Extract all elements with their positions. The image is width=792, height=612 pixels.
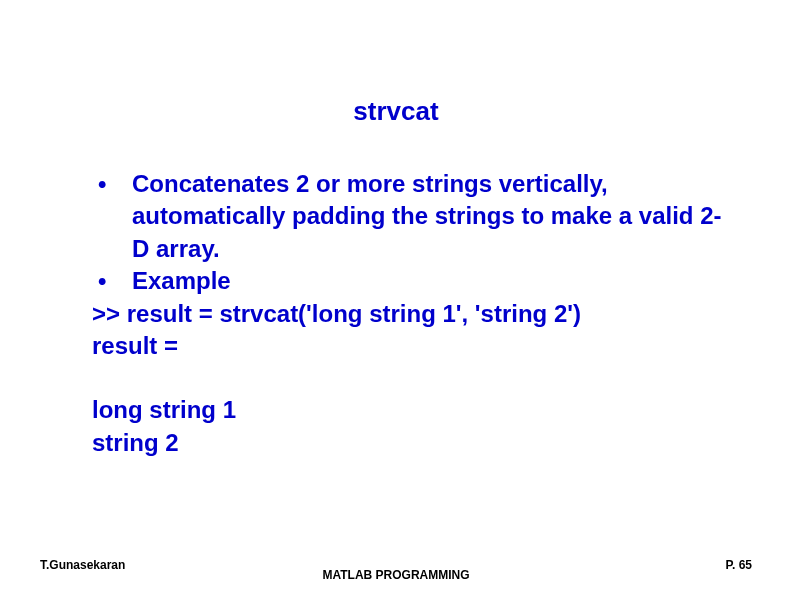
slide-content: • Concatenates 2 or more strings vertica… [92,168,722,459]
code-line: result = [92,330,722,362]
footer-page: P. 65 [726,558,752,572]
slide-title: strvcat [0,96,792,127]
bullet-text: Example [132,265,722,297]
bullet-marker: • [92,168,132,265]
bullet-item: • Concatenates 2 or more strings vertica… [92,168,722,265]
code-line: >> result = strvcat('long string 1', 'st… [92,298,722,330]
bullet-text: Concatenates 2 or more strings verticall… [132,168,722,265]
footer-center: MATLAB PROGRAMMING [0,568,792,582]
bullet-item: • Example [92,265,722,297]
bullet-marker: • [92,265,132,297]
output-line: long string 1 [92,394,722,426]
slide: strvcat • Concatenates 2 or more strings… [0,0,792,612]
output-line: string 2 [92,427,722,459]
blank-line [92,362,722,394]
